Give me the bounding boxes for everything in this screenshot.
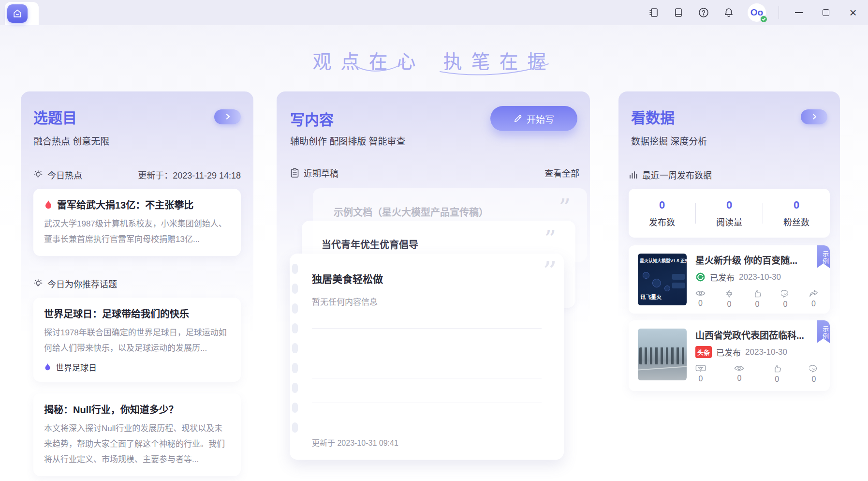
thumb-decor (638, 366, 687, 371)
metric-likes: 0 (753, 289, 762, 309)
post-metrics: 0 0 0 0 (695, 364, 822, 384)
post-status: 已发布 (716, 346, 741, 358)
stats-card: 0 发布数 0 阅读量 0 粉丝数 (629, 189, 830, 238)
post-status: 已发布 (710, 271, 735, 283)
start-writing-button[interactable]: 开始写 (490, 106, 577, 131)
metric-recommend: 0 (725, 289, 734, 309)
minimize-button[interactable] (792, 5, 806, 20)
recommend-topic-body: 探讨1978年联合国确定的世界足球日，足球运动如何给人们带来快乐，以及足球运动的… (44, 325, 230, 356)
data-more-button[interactable] (801, 109, 827, 124)
write-card-header: 写内容 开始写 (277, 91, 590, 131)
topic-tag: 世界足球日 (44, 361, 230, 373)
stat-label: 粉丝数 (763, 215, 830, 228)
post-status-row: 已发布 2023-10-30 (695, 271, 822, 283)
quote-icon: ” (559, 196, 571, 219)
book-icon[interactable] (672, 6, 685, 19)
binding-pill (292, 403, 298, 413)
thumb-decor (672, 274, 685, 280)
recommend-topic-title: 揭秘：Null行业，你知道多少？ (44, 402, 230, 416)
titlebar-actions: Oo × (647, 0, 860, 25)
binding-pill (292, 363, 298, 373)
recommend-section-row: 今日为你推荐话题 (21, 277, 253, 290)
chevron-right-icon (224, 113, 231, 120)
binding-pill (292, 383, 298, 393)
start-writing-label: 开始写 (527, 112, 554, 125)
close-button[interactable]: × (846, 5, 860, 20)
topics-card-header: 选题目 (21, 91, 253, 127)
topics-card-subtitle: 融合热点 创意无限 (21, 134, 253, 147)
stat-value: 0 (629, 199, 695, 211)
ruled-line (312, 353, 542, 353)
metric-comments: 0 (781, 289, 790, 309)
thumb-brand: 讯飞星火 (640, 293, 662, 301)
flame-purple-icon (44, 363, 51, 371)
metric-views: 0 (734, 364, 744, 384)
journal-icon[interactable] (647, 6, 660, 19)
titlebar: Oo × (0, 0, 868, 25)
avatar[interactable]: Oo (748, 3, 766, 22)
binding-pill (292, 284, 298, 294)
draft-card-front[interactable]: 独居美食轻松做 ” 暂无任何内容信息 更新于 2023-10-31 09:41 (290, 254, 564, 460)
home-tab[interactable] (5, 2, 39, 25)
post-thumbnail: 星火认知大模型V1.5 正式 讯飞星火 (638, 254, 687, 305)
ruled-line (312, 403, 542, 403)
stat-publish-count: 0 发布数 (629, 199, 695, 228)
ruled-line (312, 328, 542, 329)
recommend-topic-title: 世界足球日：足球带给我们的快乐 (44, 306, 230, 320)
post-metrics: 0 0 0 0 0 (695, 289, 822, 309)
chevron-right-icon (811, 113, 818, 120)
recommend-label: 今日为你推荐话题 (47, 277, 117, 290)
thumb-decor (672, 283, 685, 288)
metric-likes: 0 (773, 364, 781, 384)
binding-pill (292, 422, 298, 433)
metric-shares: 0 (809, 289, 818, 309)
recommend-topic-item[interactable]: 揭秘：Null行业，你知道多少？ 本文将深入探讨Null行业的发展历程、现状以及… (33, 393, 241, 476)
metric-impressions: 0 (695, 364, 706, 384)
help-icon[interactable] (697, 6, 710, 19)
stat-value: 0 (696, 199, 763, 211)
topics-more-button[interactable] (214, 109, 241, 124)
data-card-header: 看数据 (618, 91, 840, 127)
published-platform-icon (695, 272, 706, 282)
stat-label: 阅读量 (696, 215, 763, 228)
data-card-title: 看数据 (631, 106, 675, 127)
hot-topics-updated: 更新于：2023-11-29 14:18 (138, 168, 241, 181)
bar-chart-icon (629, 170, 638, 180)
lightbulb-icon (33, 279, 43, 288)
metric-value: 0 (698, 299, 703, 308)
ruled-line (312, 378, 542, 378)
clipboard-icon (290, 168, 299, 178)
close-icon: × (849, 6, 856, 19)
published-post-item[interactable]: 星火认知大模型V1.5 正式 讯飞星火 示例 星火新升级 你的百变随... 已发… (629, 245, 830, 314)
hot-topic-body: 武汉大学1987级计算机系校友，小米集团创始人、董事长兼首席执行官雷军向母校捐赠… (44, 216, 230, 247)
verified-badge-icon (760, 15, 768, 23)
write-card-subtitle: 辅助创作 配图排版 智能审查 (277, 134, 590, 147)
binding-pill (292, 303, 298, 314)
thumb-decor (664, 286, 670, 291)
view-all-drafts-link[interactable]: 查看全部 (544, 166, 579, 179)
metric-views: 0 (695, 289, 706, 309)
drafts-section-row: 近期草稿 查看全部 (277, 166, 590, 179)
metric-value: 0 (811, 300, 816, 308)
thumb-decor (639, 347, 685, 364)
draft-empty-text: 暂无任何内容信息 (312, 295, 378, 307)
stat-value: 0 (763, 199, 830, 211)
data-card: 看数据 数据挖掘 深度分析 最近一周发布数据 0 发布数 0 阅读量 0 粉丝数 (618, 91, 840, 465)
stat-read-count: 0 阅读量 (696, 199, 763, 228)
home-button[interactable] (7, 4, 28, 23)
titlebar-separator (779, 6, 779, 19)
hero-slogan-left: 观点在心 (312, 51, 425, 72)
hot-topic-item[interactable]: 雷军给武大捐13亿：不主张攀比 武汉大学1987级计算机系校友，小米集团创始人、… (33, 189, 241, 256)
post-title: 山西省党政代表团莅临科... (695, 328, 822, 341)
post-status-row: 头条 已发布 2023-10-30 (695, 346, 822, 358)
write-card-title: 写内容 (290, 108, 334, 129)
stat-label: 发布数 (629, 215, 695, 228)
notification-bell-icon[interactable] (722, 6, 735, 19)
pencil-icon (514, 114, 522, 123)
maximize-button[interactable] (819, 5, 833, 20)
published-post-item[interactable]: 示例 山西省党政代表团莅临科... 头条 已发布 2023-10-30 0 0 … (629, 320, 830, 391)
write-card: 写内容 开始写 辅助创作 配图排版 智能审查 近期草稿 查看全部 示例文档（星火… (277, 91, 590, 465)
home-icon (12, 8, 23, 19)
draft-updated: 更新于 2023-10-31 09:41 (312, 436, 398, 448)
recommend-topic-item[interactable]: 世界足球日：足球带给我们的快乐 探讨1978年联合国确定的世界足球日，足球运动如… (33, 298, 241, 382)
